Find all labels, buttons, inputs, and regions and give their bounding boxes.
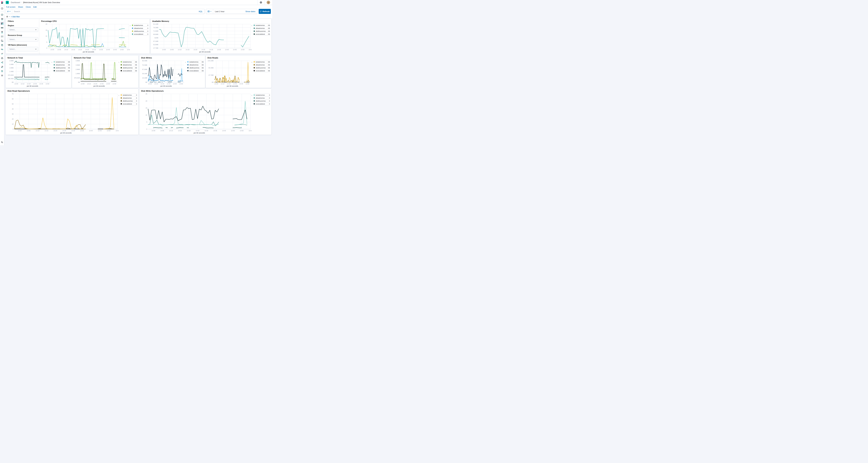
legend-series-name: testwinvmss [189, 61, 201, 63]
sidebar-item-discover[interactable] [0, 13, 4, 16]
add-filter-button[interactable]: + Add filter [11, 15, 20, 18]
full-screen-link[interactable]: Full screen [6, 6, 16, 8]
sidebar-item-canvas[interactable] [0, 26, 4, 30]
legend-item-testwinvmss[interactable]: testwinvmss0B [54, 60, 70, 63]
user-avatar[interactable]: e [267, 1, 270, 4]
legend-item-obswinvmss[interactable]: obswinvmss0B [54, 63, 70, 66]
time-range-value[interactable]: Last 1 hour [213, 10, 245, 12]
legend-item-obslinuxvmss[interactable]: obslinuxvmss0 [121, 99, 137, 102]
breadcrumb-dashboard-link[interactable]: Dashboard [11, 1, 20, 3]
legend-item-testwinvmss[interactable]: testwinvmss0B [254, 60, 270, 63]
refresh-button[interactable]: Refresh [259, 9, 271, 14]
disk-write-operations-chart[interactable]: 14:0014:0514:1014:1514:2014:2514:3014:35… [140, 93, 252, 134]
legend-collapse-button[interactable]: › [252, 61, 252, 63]
legend-item-testwinvmss[interactable]: testwinvmss0 [254, 94, 270, 97]
legend-series-value: 0 [136, 94, 137, 96]
collapse-nav-button[interactable] [0, 140, 4, 144]
sidebar-item-dashboard[interactable] [0, 22, 4, 25]
legend-item-testwinvmss[interactable]: testwinvmss0B [121, 60, 137, 63]
sidebar-item-dev-tools[interactable] [0, 65, 4, 69]
disk-read-operations-chart[interactable]: 14:0014:0514:1014:1514:2014:2514:3014:35… [6, 93, 119, 134]
legend-series-name: obslinuxvmss [256, 30, 267, 32]
legend-item-obswinvmss[interactable]: obswinvmss0 [132, 27, 149, 30]
legend-item-obswinvmss[interactable]: obswinvmss0B [121, 63, 137, 66]
legend-item-ecescaletest[interactable]: ecescaletest0B [54, 69, 70, 72]
legend-item-obswinvmss[interactable]: obswinvmss0 [121, 97, 137, 99]
edit-link[interactable]: Edit [33, 6, 37, 8]
legend-series-value: 0B [268, 64, 270, 66]
legend-item-ecescaletest[interactable]: ecescaletest0 [254, 102, 270, 105]
disk-reads-chart[interactable]: 14:0014:1014:2014:3014:4014:500B47.7MB95… [207, 60, 252, 87]
legend-item-obslinuxvmss[interactable]: obslinuxvmss0B [54, 66, 70, 69]
svg-text:14:50: 14:50 [245, 83, 249, 85]
legend-item-testwinvmss[interactable]: testwinvmss0 [121, 94, 137, 97]
legend-item-obswinvmss[interactable]: obswinvmss0B [254, 63, 270, 66]
legend-item-obslinuxvmss[interactable]: obslinuxvmss0B [254, 30, 270, 33]
sidebar-item-metrics[interactable] [0, 39, 4, 42]
sidebar-item-visualize[interactable] [0, 17, 4, 21]
legend-item-obswinvmss[interactable]: obswinvmss0 [254, 97, 270, 99]
svg-text:14:40: 14:40 [106, 49, 110, 51]
sidebar-item-uptime[interactable] [0, 52, 4, 56]
resource-group-filter-select[interactable]: Select... [8, 37, 38, 42]
filter-options-gear-icon[interactable]: ⚙ [6, 15, 8, 18]
kql-language-button[interactable]: KQL [197, 10, 204, 12]
sidebar-item-logs[interactable] [0, 43, 4, 47]
legend-item-testwinvmss[interactable]: testwinvmss0B [254, 24, 270, 27]
legend-collapse-button[interactable]: › [130, 25, 130, 27]
legend-collapse-button[interactable]: › [119, 94, 119, 96]
recent-clock-icon[interactable] [0, 7, 4, 10]
legend-item-obslinuxvmss[interactable]: obslinuxvmss0 [254, 99, 270, 102]
legend-collapse-button[interactable]: › [52, 61, 52, 63]
legend-item-ecescaletest[interactable]: ecescaletest0B [187, 69, 204, 72]
sidebar-item-graph[interactable] [0, 61, 4, 64]
clone-link[interactable]: Clone [26, 6, 31, 8]
show-dates-button[interactable]: Show dates [245, 10, 257, 12]
legend-item-ecescaletest[interactable]: ecescaletest0B [254, 33, 270, 36]
legend-item-obslinuxvmss[interactable]: obslinuxvmss0B [121, 66, 137, 69]
date-quick-select-button[interactable] [206, 9, 213, 14]
help-button[interactable] [257, 0, 265, 5]
legend-item-obswinvmss[interactable]: obswinvmss0B [187, 63, 204, 66]
vm-name-filter-select[interactable]: Select... [8, 47, 38, 52]
legend-collapse-button[interactable]: › [185, 61, 186, 63]
legend-item-testwinvmss[interactable]: testwinvmss0B [187, 60, 204, 63]
legend-item-ecescaletest[interactable]: ecescaletest0 [132, 33, 149, 36]
network-in-total-chart[interactable]: 14:0014:1014:2014:3014:4014:500B488.3KB9… [6, 60, 52, 87]
sidebar-item-management[interactable] [0, 74, 4, 77]
legend-collapse-button[interactable]: › [252, 94, 252, 96]
legend-series-name: ecescaletest [189, 70, 201, 72]
sidebar-item-apm[interactable] [0, 47, 4, 51]
legend-series-value: 0B [135, 64, 137, 66]
legend-item-ecescaletest[interactable]: ecescaletest0B [254, 69, 270, 72]
legend-item-obswinvmss[interactable]: obswinvmss0B [254, 27, 270, 30]
kibana-logo[interactable] [0, 0, 4, 5]
left-nav [0, 5, 4, 145]
network-out-total-chart[interactable]: 14:0014:1014:2014:3014:4014:500B976.6KB1… [73, 60, 119, 87]
saved-query-menu-button[interactable]: # [6, 9, 12, 14]
disk-writes-chart[interactable]: 14:0014:1014:2014:3014:4014:500B19.1MB38… [140, 60, 185, 87]
legend-item-obslinuxvmss[interactable]: obslinuxvmss0 [132, 30, 149, 33]
search-input[interactable]: Search [12, 10, 197, 12]
sidebar-item-siem[interactable] [0, 56, 4, 60]
legend-item-obslinuxvmss[interactable]: obslinuxvmss0B [187, 66, 204, 69]
svg-text:14:10: 14:10 [154, 83, 158, 85]
legend-item-ecescaletest[interactable]: ecescaletest0B [121, 69, 137, 72]
sidebar-item-maps[interactable] [0, 30, 4, 34]
legend-item-testwinvmss[interactable]: testwinvmss0 [132, 24, 149, 27]
legend-series-value: 0B [268, 61, 270, 63]
share-link[interactable]: Share [18, 6, 23, 8]
percentage-cpu-chart[interactable]: 14:0014:0514:1014:1514:2014:2514:3014:35… [40, 23, 130, 53]
available-memory-chart[interactable]: 14:0014:0514:1014:1514:2014:2514:3014:35… [151, 23, 252, 53]
chart-legend: testwinvmss0Bobswinvmss0Bobslinuxvmss0Be… [254, 60, 270, 72]
legend-collapse-button[interactable]: › [119, 61, 119, 63]
legend-item-obslinuxvmss[interactable]: obslinuxvmss0B [254, 66, 270, 69]
legend-item-ecescaletest[interactable]: ecescaletest0 [121, 102, 137, 105]
svg-text:5: 5 [146, 121, 147, 123]
legend-series-name: testwinvmss [56, 61, 67, 63]
legend-collapse-button[interactable]: › [252, 25, 252, 27]
region-filter-select[interactable]: Select... [8, 27, 38, 32]
sidebar-item-machine-learning[interactable] [0, 35, 4, 38]
sidebar-item-stack-monitoring[interactable] [0, 69, 4, 73]
space-badge[interactable]: D [6, 1, 9, 4]
